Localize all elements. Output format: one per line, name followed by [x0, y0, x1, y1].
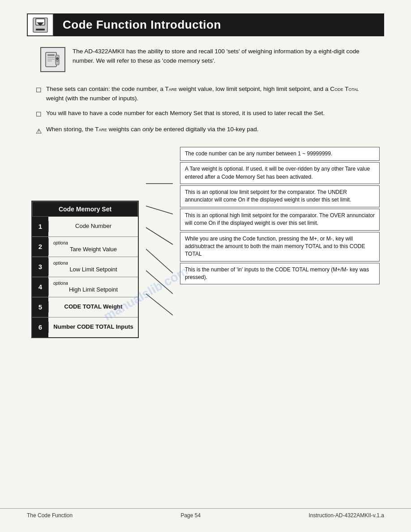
bullet-text-2: You will have to have a code number for …	[46, 109, 325, 118]
table-row: 1 Code Number	[32, 217, 138, 237]
table-row: 6 Number CODE TOTAL Inputs	[32, 317, 138, 337]
footer-right: Instruction-AD-4322AMKII-v.1.a	[308, 512, 384, 519]
svg-rect-5	[47, 54, 55, 56]
diagram-area: Code Memory Set 1 Code Number 2 optiona …	[31, 147, 380, 338]
footer-left: The Code Function	[27, 512, 73, 519]
square-bullet-icon: ☐	[36, 86, 42, 95]
download-icon	[32, 17, 48, 33]
optional-label: optiona	[53, 260, 133, 266]
header-title: Code Function Introduction	[54, 13, 384, 36]
connector-lines	[146, 174, 173, 322]
row-number: 4	[32, 277, 48, 297]
svg-rect-7	[47, 59, 55, 60]
svg-line-12	[146, 206, 173, 214]
svg-line-15	[146, 270, 173, 294]
callout-box-6: This is the number of 'in' inputs to the…	[180, 263, 380, 285]
callout-box-2: A Tare weight is optional. If used, it w…	[180, 162, 380, 184]
callout-text-4: This is an optional high limit setpoint …	[185, 212, 375, 226]
callout-box-4: This is an optional high limit setpoint …	[180, 209, 380, 231]
page-header: Code Function Introduction	[27, 13, 384, 36]
optional-label: optiona	[53, 280, 133, 286]
table-row: 4 optiona High Limit Setpoint	[32, 277, 138, 297]
bullet-list: ☐ These sets can contain: the code numbe…	[36, 85, 375, 136]
svg-rect-8	[47, 60, 52, 61]
list-item-warning: ⚠ When storing, the Tare weights can onl…	[36, 125, 375, 136]
code-memory-table: Code Memory Set 1 Code Number 2 optiona …	[31, 201, 139, 338]
square-bullet-icon-2: ☐	[36, 110, 42, 120]
callout-box-5: While you are using the Code function, p…	[180, 232, 380, 262]
bullet-text-1: These sets can contain: the code number,…	[46, 85, 375, 103]
optional-label: optiona	[53, 240, 133, 246]
page-footer: The Code Function Page 54 Instruction-AD…	[0, 508, 411, 519]
row-number: 2	[32, 237, 48, 257]
intro-block: The AD-4322AMKII has the ability to stor…	[40, 47, 371, 72]
intro-text: The AD-4322AMKII has the ability to stor…	[73, 47, 371, 66]
row-label: optiona High Limit Setpoint	[48, 279, 138, 296]
table-row: 3 optiona Low Limit Setpoint	[32, 257, 138, 277]
callout-box-1: The code number can be any number betwee…	[180, 147, 380, 161]
table-row: 2 optiona Tare Weight Value	[32, 237, 138, 257]
row-label: optiona Low Limit Setpoint	[48, 258, 138, 275]
table-row: 5 CODE TOTAL Weight	[32, 297, 138, 317]
intro-icon	[40, 47, 65, 72]
callout-text-1: The code number can be any number betwee…	[185, 150, 332, 157]
row-label: Number CODE TOTAL Inputs	[48, 322, 138, 333]
phone-book-icon	[44, 51, 62, 69]
table-header: Code Memory Set	[32, 202, 138, 217]
row-number: 3	[32, 257, 48, 277]
row-number: 1	[32, 217, 48, 236]
callout-text-6: This is the number of 'in' inputs to the…	[185, 266, 369, 280]
callout-column: The code number can be any number betwee…	[180, 147, 380, 286]
svg-line-13	[146, 227, 173, 245]
row-number: 6	[32, 317, 48, 337]
callout-text-5: While you are using the Code function, p…	[185, 236, 365, 257]
row-label: Code Number	[48, 221, 138, 232]
svg-rect-3	[36, 29, 45, 30]
header-icon-box	[27, 13, 54, 36]
svg-rect-6	[47, 57, 55, 58]
bullet-text-3: When storing, the Tare weights can only …	[46, 125, 259, 134]
row-label: optiona Tare Weight Value	[48, 238, 138, 255]
svg-line-16	[146, 294, 173, 315]
page: Code Function Introduction The AD-4322AM…	[0, 0, 411, 532]
svg-line-14	[146, 249, 173, 273]
callout-box-3: This is an optional low limit setpoint f…	[180, 185, 380, 207]
row-label: CODE TOTAL Weight	[48, 301, 138, 313]
warning-icon: ⚠	[36, 126, 42, 136]
title-text: Code Function Introduction	[63, 18, 221, 32]
list-item: ☐ You will have to have a code number fo…	[36, 109, 375, 120]
callout-text-2: A Tare weight is optional. If used, it w…	[185, 166, 370, 180]
callout-text-3: This is an optional low limit setpoint f…	[185, 189, 351, 203]
svg-point-10	[56, 57, 59, 60]
footer-center: Page 54	[180, 512, 201, 519]
list-item: ☐ These sets can contain: the code numbe…	[36, 85, 375, 103]
row-number: 5	[32, 297, 48, 317]
